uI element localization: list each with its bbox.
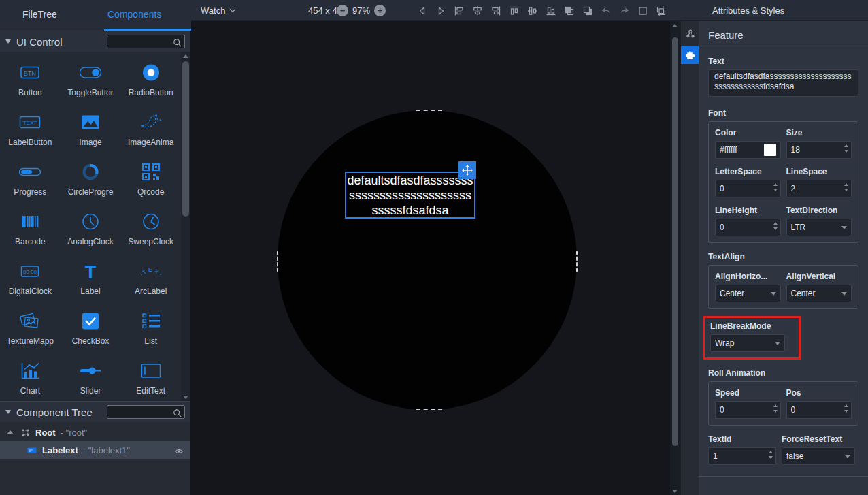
collapse-caret-icon[interactable] bbox=[5, 39, 11, 44]
size-stepper[interactable] bbox=[786, 141, 852, 159]
stepper-arrows-icon[interactable] bbox=[769, 451, 773, 459]
stepper-arrows-icon[interactable] bbox=[773, 222, 778, 230]
component-label: ToggleButtor bbox=[67, 88, 113, 97]
button-icon: BTN bbox=[16, 57, 44, 87]
tab-filetree[interactable]: FileTree bbox=[22, 9, 57, 20]
textid-stepper[interactable] bbox=[708, 447, 776, 465]
size-input[interactable] bbox=[791, 145, 848, 155]
linespace-stepper[interactable] bbox=[786, 180, 852, 197]
visibility-eye-icon[interactable] bbox=[174, 447, 184, 457]
tree-node-root[interactable]: Root- "root" bbox=[0, 424, 190, 441]
design-canvas[interactable]: defaultsdfasdfasssssssssssssssssssssssss… bbox=[191, 21, 670, 495]
component-qrcode[interactable]: Qrcode bbox=[120, 152, 181, 202]
textid-input[interactable] bbox=[713, 451, 771, 461]
scroll-down-icon[interactable] bbox=[181, 393, 190, 401]
expander-icon[interactable] bbox=[7, 430, 14, 434]
stepper-arrows-icon[interactable] bbox=[844, 144, 848, 153]
linespace-input[interactable] bbox=[791, 184, 848, 193]
move-handle[interactable] bbox=[458, 161, 476, 179]
stepper-arrows-icon[interactable] bbox=[844, 183, 848, 191]
progress-icon bbox=[16, 157, 44, 187]
component-tree-header: Component Tree bbox=[0, 401, 190, 422]
scroll-down-icon[interactable] bbox=[670, 487, 680, 495]
component-chart[interactable]: Chart bbox=[0, 351, 61, 400]
canvas-scrollbar[interactable] bbox=[670, 21, 680, 495]
component-list[interactable]: List bbox=[120, 301, 181, 351]
transform-icon[interactable] bbox=[656, 5, 667, 16]
forceresettext-dropdown[interactable]: false bbox=[782, 447, 855, 465]
component-arclabel[interactable]: TEXTArcLabel bbox=[120, 251, 181, 301]
texturemap-icon bbox=[16, 306, 44, 336]
component-analogclock[interactable]: AnalogClock bbox=[61, 202, 121, 251]
component-label[interactable]: TLabel bbox=[61, 251, 121, 301]
color-input[interactable] bbox=[720, 145, 764, 155]
stepper-arrows-icon[interactable] bbox=[773, 404, 778, 413]
scroll-up-icon[interactable] bbox=[181, 52, 190, 60]
zoom-out-button[interactable]: − bbox=[337, 5, 348, 16]
component-progress[interactable]: Progress bbox=[0, 152, 61, 202]
speed-input[interactable] bbox=[720, 405, 776, 415]
send-to-back-icon[interactable] bbox=[582, 5, 593, 16]
canvas-scroll-thumb[interactable] bbox=[672, 37, 678, 446]
component-image[interactable]: Image bbox=[61, 102, 121, 152]
component-edittext[interactable]: EditText bbox=[120, 351, 181, 400]
zoom-in-button[interactable]: + bbox=[374, 5, 386, 16]
lineheight-stepper[interactable] bbox=[715, 219, 781, 236]
component-texturemapp[interactable]: TextureMapp bbox=[0, 301, 61, 351]
back-icon[interactable] bbox=[417, 5, 428, 16]
rail-tab-tree-nodes[interactable] bbox=[681, 25, 699, 43]
canvas-label-widget[interactable]: defaultsdfasdfasssssssssssssssssssssssss… bbox=[345, 172, 475, 219]
component-circleprogre[interactable]: CircleProgre bbox=[61, 152, 121, 202]
undo-icon[interactable] bbox=[601, 5, 612, 16]
alignhorizontal-dropdown[interactable]: Center bbox=[715, 285, 781, 302]
text-value-input[interactable]: defaultsdfasdfasssssssssssssssssssssssss… bbox=[708, 69, 858, 97]
component-imageanima[interactable]: ImageAnima bbox=[120, 102, 181, 152]
letterspace-label: LetterSpace bbox=[715, 167, 781, 176]
letterspace-stepper[interactable] bbox=[715, 180, 781, 197]
watch-dropdown[interactable]: Watch bbox=[201, 0, 236, 21]
component-label: Button bbox=[18, 88, 42, 97]
search-icon bbox=[173, 408, 182, 420]
align-right-icon[interactable] bbox=[490, 5, 501, 16]
linebreakmode-dropdown[interactable]: Wrap bbox=[710, 334, 785, 352]
component-slider[interactable]: Slider bbox=[61, 351, 121, 400]
align-top-icon[interactable] bbox=[509, 5, 520, 16]
align-middle-vertical-icon[interactable] bbox=[527, 5, 538, 16]
component-checkbox[interactable]: CheckBox bbox=[61, 301, 121, 351]
alignvertical-dropdown[interactable]: Center bbox=[786, 285, 852, 302]
color-swatch[interactable] bbox=[764, 144, 776, 156]
align-left-icon[interactable] bbox=[454, 5, 465, 16]
color-field[interactable] bbox=[715, 141, 781, 159]
bring-to-front-icon[interactable] bbox=[564, 5, 575, 16]
qrcode-icon bbox=[137, 157, 165, 187]
component-digitalclock[interactable]: 00:00DigitalClock bbox=[0, 251, 61, 301]
stepper-arrows-icon[interactable] bbox=[773, 183, 778, 191]
component-barcode[interactable]: Barcode bbox=[0, 202, 61, 251]
tab-components[interactable]: Components bbox=[107, 9, 161, 20]
component-button[interactable]: BTNButton bbox=[0, 52, 61, 102]
scroll-up-icon[interactable] bbox=[670, 21, 680, 29]
speed-stepper[interactable] bbox=[715, 401, 781, 419]
stepper-arrows-icon[interactable] bbox=[844, 404, 848, 413]
pos-stepper[interactable] bbox=[786, 401, 852, 419]
tree-node-labelext[interactable]: Labelext- "labelext1" bbox=[0, 441, 190, 459]
textalign-group: AlignHorizo... Center AlignVertical Cent… bbox=[708, 265, 858, 309]
component-labelbutton[interactable]: TEXTLabelButton bbox=[0, 102, 61, 152]
align-bottom-icon[interactable] bbox=[546, 5, 556, 16]
component-radiobutton[interactable]: RadioButton bbox=[120, 52, 181, 102]
pos-input[interactable] bbox=[791, 405, 848, 415]
device-screen[interactable] bbox=[278, 110, 577, 410]
forward-icon[interactable] bbox=[435, 5, 446, 16]
component-sweepclock[interactable]: SweepClock bbox=[120, 202, 181, 251]
collapse-caret-icon[interactable] bbox=[5, 410, 11, 414]
frame-icon[interactable] bbox=[637, 5, 648, 16]
lineheight-input[interactable] bbox=[720, 223, 776, 232]
redo-icon[interactable] bbox=[619, 5, 630, 16]
letterspace-input[interactable] bbox=[720, 184, 776, 193]
palette-scrollbar[interactable] bbox=[181, 52, 190, 401]
rail-tab-feature[interactable] bbox=[681, 46, 699, 64]
align-center-horizontal-icon[interactable] bbox=[472, 5, 483, 16]
palette-scroll-thumb[interactable] bbox=[182, 61, 189, 217]
component-togglebuttor[interactable]: ToggleButtor bbox=[61, 52, 121, 102]
textdirection-dropdown[interactable]: LTR bbox=[786, 219, 852, 236]
